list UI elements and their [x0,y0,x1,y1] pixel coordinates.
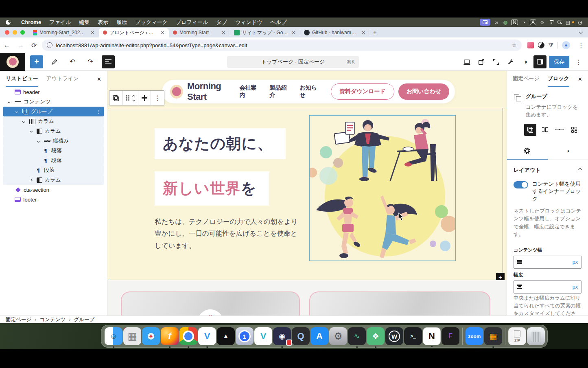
tree-item-group[interactable]: グループ ⋮ [3,107,104,116]
close-list-view-icon[interactable]: ✕ [97,76,101,82]
move-up-icon[interactable] [132,94,135,97]
tab-search-icon[interactable] [574,28,588,37]
dock-launchpad[interactable]: ▦ [123,327,141,345]
expander-icon[interactable] [28,179,34,181]
contact-button[interactable]: お問い合わせ [398,83,449,100]
dock-finder[interactable]: ☺ [105,327,122,345]
tree-item-column-collapsed[interactable]: カラム [3,175,104,185]
site-header[interactable]: Morning Start 会社案内 製品紹介 お知らせ 資料ダウンロード お問… [162,80,455,103]
expander-icon[interactable] [28,130,34,132]
dock-firefox[interactable]: f [161,327,179,345]
url-text[interactable]: localhost:8881/wp-admin/site-editor.php?… [56,42,508,48]
dock-calculator[interactable]: ▦ [484,327,502,345]
expander-icon[interactable] [20,120,27,123]
dock-trash[interactable] [527,327,545,345]
dock-wordpress[interactable]: W [385,327,403,345]
dock-quicktime[interactable]: Q [292,327,310,345]
inner-blocks-toggle-row[interactable]: コンテント幅を使用するインナーブロック [507,178,588,207]
justify-button[interactable] [138,91,151,105]
minimize-window-button[interactable] [13,30,17,35]
site-icon-button[interactable] [0,53,25,71]
download-button[interactable]: 資料ダウンロード [331,83,394,100]
tab-morning-start[interactable]: Morning Start ✕ [169,28,230,37]
menu-edit[interactable]: 編集 [75,19,94,26]
content-width-input[interactable]: px [514,256,581,269]
wifi-icon[interactable] [548,20,554,24]
hero-heading-line2[interactable]: 新しい世界を [155,171,269,206]
tree-item-paragraph[interactable]: ¶ 段落 [3,156,104,165]
document-title-button[interactable]: トップページ · 固定ページ ⌘K [227,56,359,68]
input-source-icon[interactable]: A [530,20,536,25]
tab-github[interactable]: GitHub - haniwaman/normali ✕ [300,28,370,37]
hero-paragraph[interactable]: 私たちは、テクノロジーの力で人々の朝をより豊かにし、一日の可能性を広げることを使… [155,216,299,252]
undo-button[interactable]: ↶ [66,55,79,68]
tab-settings[interactable] [507,143,548,160]
expander-icon[interactable] [35,140,42,142]
nav-products[interactable]: 製品紹介 [269,84,291,99]
notion-status-icon[interactable]: N [511,20,518,25]
hero-illustration[interactable] [309,115,456,261]
variation-grid-button[interactable] [568,124,580,136]
tree-item-columns[interactable]: カラム [3,116,104,126]
tab-styles[interactable]: ◑ [548,143,588,160]
save-button[interactable]: 保存 [549,56,569,68]
dock-v-app[interactable]: V [254,327,272,345]
extension-icon-blocker[interactable] [538,42,544,48]
browser-menu-icon[interactable]: ⋮ [574,42,588,48]
tab-close-icon[interactable]: ✕ [90,30,96,36]
inserter-button[interactable]: + [30,55,43,68]
editor-canvas[interactable]: Morning Start 会社案内 製品紹介 お知らせ 資料ダウンロード お問… [107,71,507,315]
tree-item-cta-section[interactable]: cta-section [3,185,104,195]
vpn-icon[interactable]: ◍ [502,20,508,25]
site-info-icon[interactable]: i [47,42,52,48]
nav-company[interactable]: 会社案内 [240,84,261,99]
toggle-on[interactable] [514,181,528,188]
tree-item-column[interactable]: カラム [3,126,104,136]
forward-button[interactable]: → [14,42,28,49]
variation-group-button[interactable] [524,124,536,136]
dock-system-settings[interactable]: ⚙ [329,327,347,345]
tree-item-stack[interactable]: 縦積み [3,136,104,146]
settings-sidebar-toggle[interactable] [533,55,546,68]
item-options-icon[interactable]: ⋮ [96,109,104,115]
extension-icon-pink[interactable] [527,42,534,48]
expander-icon[interactable] [13,111,20,113]
hero-heading-line1[interactable]: あなたの朝に、 [155,128,286,159]
tree-item-paragraph[interactable]: ¶ 段落 [3,146,104,156]
block-mover[interactable] [123,91,138,105]
tab-sitemap[interactable]: サイトマップ - Google スプレ ✕ [230,28,300,37]
user-status-icon[interactable]: ☺ [539,20,545,25]
tab-figma[interactable]: Morning-Start_20241119 – Fi ✕ [29,28,99,37]
new-tab-button[interactable]: + [370,29,381,37]
tree-item-paragraph[interactable]: ¶ 段落 [3,165,104,175]
dock-1password[interactable]: 1 [236,327,254,345]
back-button[interactable]: ← [0,42,14,49]
block-options-icon[interactable]: ⋮ [151,91,164,105]
dock-zip-file[interactable]: ZIP [508,327,526,345]
menu-chrome[interactable]: Chrome [17,19,45,25]
extensions-icon[interactable]: ⧩ [549,42,554,49]
spotlight-icon[interactable] [557,20,562,25]
view-site-button[interactable] [475,55,488,68]
breadcrumb-page[interactable]: 固定ページ [6,316,31,323]
dock-vscode[interactable]: V [198,327,216,345]
hero-section[interactable]: Morning Start 会社案内 製品紹介 お知らせ 資料ダウンロード お問… [107,71,507,280]
tab-block[interactable]: ブロック [548,71,569,87]
menu-bookmarks[interactable]: ブックマーク [131,19,172,26]
move-down-icon[interactable] [132,98,135,101]
tab-close-icon[interactable]: ✕ [291,30,297,36]
reload-button[interactable]: ⟳ [28,42,40,49]
record-status-icon[interactable]: ◔ [521,20,527,25]
edit-mode-button[interactable] [48,55,61,68]
menu-help[interactable]: ヘルプ [267,19,291,26]
window-controls[interactable] [0,30,29,37]
layout-section-header[interactable]: レイアウト [507,160,588,178]
redo-button[interactable]: ↷ [84,55,97,68]
editor-options-icon[interactable]: ⋮ [572,55,585,68]
dock-notion[interactable]: N [423,327,441,345]
menu-profiles[interactable]: プロフィール [172,19,212,26]
menu-window[interactable]: ウィンドウ [231,19,267,26]
dock-safari[interactable]: ✦ [142,327,160,345]
tab-page[interactable]: 固定ページ [513,71,540,87]
tab-close-icon[interactable]: ✕ [160,30,166,36]
